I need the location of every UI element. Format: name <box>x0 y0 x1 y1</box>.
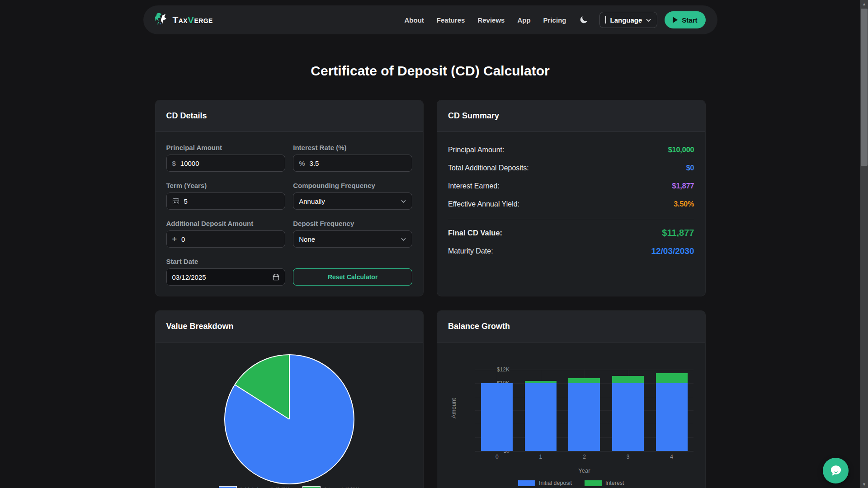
page-title: Certificate of Deposit (CD) Calculator <box>155 63 706 79</box>
summary-label: Interest Earned: <box>448 182 500 190</box>
summary-label: Final CD Value: <box>448 229 502 237</box>
value-breakdown-title: Value Breakdown <box>166 322 234 331</box>
legend-item[interactable]: Interest (16%) <box>302 486 360 488</box>
summary-row-maturity-date: Maturity Date: 12/03/2030 <box>448 243 694 260</box>
value-breakdown-header: Value Breakdown <box>156 311 424 343</box>
bar-chart-plot-area: $12K$10K$8.0K$6.0K$4.0K$2.0K$0 <box>475 370 693 451</box>
cd-details-form: Principal Amount $ 10000 Interest Rate (… <box>156 132 424 296</box>
language-label: Language <box>610 16 642 24</box>
chevron-down-icon <box>646 17 651 23</box>
summary-value-interest-earned: $1,877 <box>672 182 694 190</box>
legend-swatch <box>302 486 321 488</box>
bar-stack-year-3 <box>612 370 644 451</box>
compounding-value: Annually <box>299 197 325 205</box>
scrollbar-up-arrow[interactable]: ▲ <box>860 0 868 8</box>
start-button[interactable]: Start <box>665 11 705 28</box>
term-value: 5 <box>184 197 188 205</box>
bar-segment-interest <box>612 376 644 383</box>
calendar-chart-icon <box>172 197 179 205</box>
cd-summary-card: CD Summary Principal Amount: $10,000 Tot… <box>437 100 706 296</box>
bar-stack-year-4 <box>656 370 688 451</box>
legend-swatch <box>518 480 535 486</box>
summary-label: Total Additional Deposits: <box>448 164 529 172</box>
principal-input[interactable]: $ 10000 <box>166 155 286 172</box>
principal-field-group: Principal Amount $ 10000 <box>166 144 286 172</box>
compounding-select[interactable]: Annually <box>293 192 412 210</box>
legend-swatch <box>219 486 237 488</box>
scrollbar-down-arrow[interactable]: ▼ <box>860 480 868 488</box>
start-date-label: Start Date <box>166 258 286 265</box>
additional-deposit-label: Additional Deposit Amount <box>166 220 286 227</box>
bar-segment-initial-deposit <box>481 383 513 451</box>
x-axis-tick: 2 <box>568 454 600 460</box>
term-input[interactable]: 5 <box>166 192 286 210</box>
start-date-input[interactable]: 03/12/2025 <box>166 268 286 286</box>
summary-label: Maturity Date: <box>448 247 493 255</box>
rate-label: Interest Rate (%) <box>293 144 412 151</box>
summary-row-interest-earned: Interest Earned: $1,877 <box>448 177 694 195</box>
scrollbar-track[interactable]: ▲ ▼ <box>860 0 868 488</box>
nav-reviews[interactable]: Reviews <box>477 16 505 24</box>
legend-item[interactable]: Initial deposit <box>518 480 572 486</box>
legend-swatch <box>585 480 602 486</box>
balance-growth-header: Balance Growth <box>437 311 705 343</box>
percent-icon: % <box>299 160 305 167</box>
value-breakdown-card: Value Breakdown Initial deposit (84%)Int… <box>155 310 424 488</box>
brand-logo[interactable]: TAXVERGE <box>154 12 213 28</box>
summary-value-principal: $10,000 <box>668 146 694 154</box>
reset-calculator-button[interactable]: Reset Calculator <box>293 268 412 286</box>
bar-segment-interest <box>656 373 688 383</box>
nav-features[interactable]: Features <box>437 16 465 24</box>
chevron-down-icon <box>401 236 406 242</box>
bar-segment-initial-deposit <box>612 383 644 451</box>
deposit-frequency-select[interactable]: None <box>293 230 412 248</box>
summary-row-final-value: Final CD Value: $11,877 <box>448 223 694 243</box>
compounding-label: Compounding Frequency <box>293 182 412 189</box>
x-axis-tick: 1 <box>525 454 557 460</box>
rate-field-group: Interest Rate (%) % 3.5 <box>293 144 412 172</box>
summary-value-maturity-date: 12/03/2030 <box>651 246 694 256</box>
balance-growth-title: Balance Growth <box>448 322 510 331</box>
principal-label: Principal Amount <box>166 144 286 151</box>
chat-widget-button[interactable] <box>823 458 849 483</box>
dollar-icon: $ <box>172 160 176 167</box>
pie-slice-separator <box>289 355 290 419</box>
bar-segment-initial-deposit <box>568 383 600 451</box>
pie-chart <box>224 354 354 484</box>
chevron-down-icon <box>401 198 406 204</box>
text-caret <box>605 16 606 23</box>
summary-row-additional-deposits: Total Additional Deposits: $0 <box>448 159 694 177</box>
summary-row-principal: Principal Amount: $10,000 <box>448 141 694 159</box>
additional-deposit-input[interactable]: + 0 <box>166 230 286 248</box>
legend-item[interactable]: Initial deposit (84%) <box>219 486 290 488</box>
term-field-group: Term (Years) <box>166 182 286 210</box>
scrollbar-thumb[interactable] <box>861 9 868 166</box>
interest-rate-input[interactable]: % 3.5 <box>293 155 412 172</box>
nav-app[interactable]: App <box>517 16 530 24</box>
summary-label: Effective Annual Yield: <box>448 200 519 208</box>
dark-mode-toggle[interactable] <box>579 15 589 25</box>
date-calendar-icon[interactable] <box>273 274 279 281</box>
legend-label: Initial deposit (84%) <box>241 487 290 488</box>
language-dropdown[interactable]: Language <box>599 12 657 28</box>
balance-growth-card: Balance Growth Amount $12K$10K$8.0K$6.0K… <box>437 310 706 488</box>
deposit-frequency-value: None <box>299 235 315 243</box>
bar-chart-y-axis-label: Amount <box>450 398 457 418</box>
x-axis-tick: 4 <box>656 454 688 460</box>
wordmark-v: V <box>188 14 194 25</box>
bar-segment-initial-deposit <box>656 383 688 451</box>
cd-details-header: CD Details <box>156 100 424 132</box>
summary-value-final: $11,877 <box>662 228 694 238</box>
wordmark-ax: AX <box>179 17 188 24</box>
compounding-field-group: Compounding Frequency Annually <box>293 182 412 210</box>
nav-pricing[interactable]: Pricing <box>543 16 566 24</box>
bar-stack-year-0 <box>481 370 513 451</box>
additional-deposit-value: 0 <box>181 235 185 243</box>
summary-row-effective-yield: Effective Annual Yield: 3.50% <box>448 195 694 213</box>
main-content: Certificate of Deposit (CD) Calculator C… <box>155 63 706 488</box>
nav-about[interactable]: About <box>405 16 424 24</box>
logo-icon <box>154 12 169 28</box>
bar-chart-x-axis-label: Year <box>475 467 693 474</box>
main-nav: About Features Reviews App Pricing <box>405 16 566 24</box>
legend-item[interactable]: Interest <box>585 480 624 486</box>
